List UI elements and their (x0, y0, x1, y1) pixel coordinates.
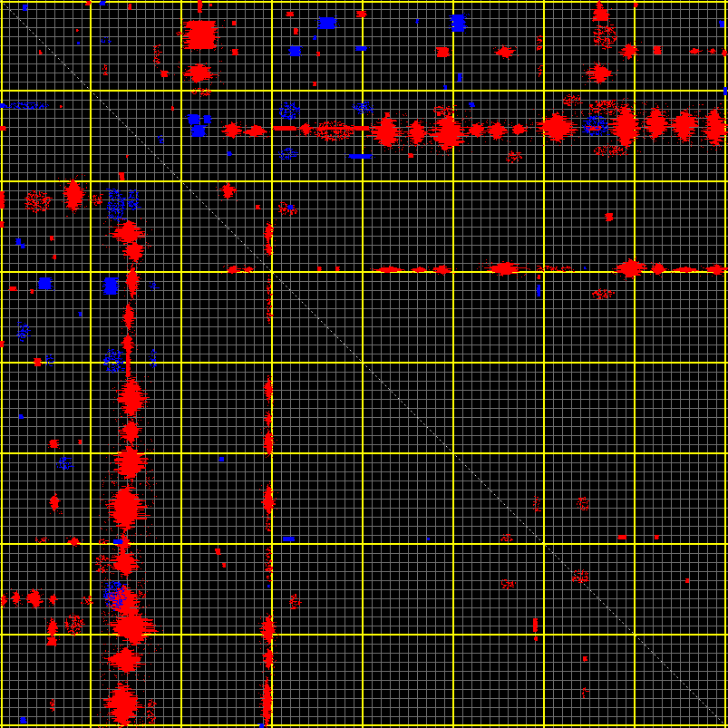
dot-plot-canvas (0, 0, 728, 728)
dot-plot (0, 0, 728, 728)
